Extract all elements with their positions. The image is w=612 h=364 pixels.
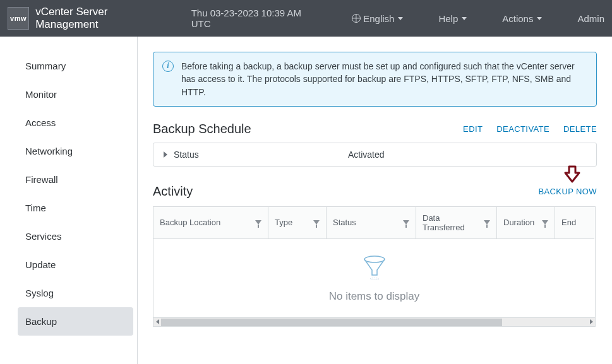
sidebar-item-access[interactable]: Access (0, 109, 137, 137)
table-empty-state: No items to display (153, 239, 595, 317)
deactivate-button[interactable]: DEACTIVATE (496, 124, 549, 134)
col-data-transferred[interactable]: Data Transferred (416, 207, 497, 239)
edit-button[interactable]: EDIT (463, 124, 483, 134)
col-type[interactable]: Type (268, 207, 327, 239)
scroll-thumb[interactable] (161, 319, 502, 326)
arrow-annotation-icon (561, 164, 583, 188)
main-content: i Before taking a backup, a backup serve… (138, 37, 612, 364)
help-label: Help (438, 13, 458, 24)
backup-schedule-header: Backup Schedule EDIT DEACTIVATE DELETE (153, 122, 597, 136)
filter-icon[interactable] (542, 220, 548, 225)
activity-table: Backup Location Type Status Data Transfe… (153, 206, 596, 327)
sidebar-item-time[interactable]: Time (0, 194, 137, 222)
filter-icon[interactable] (255, 220, 261, 225)
col-label: Status (333, 218, 356, 227)
backup-schedule-title: Backup Schedule (153, 122, 251, 136)
empty-text: No items to display (329, 290, 420, 303)
filter-icon[interactable] (484, 220, 490, 225)
sidebar-item-monitor[interactable]: Monitor (0, 80, 137, 109)
actions-menu[interactable]: Actions (502, 13, 542, 24)
status-label: Status (174, 150, 348, 160)
user-menu[interactable]: Admin (577, 13, 604, 24)
col-label: Type (275, 218, 292, 227)
col-label: Backup Location (160, 218, 220, 227)
scroll-left-icon[interactable] (153, 319, 161, 324)
activity-title: Activity (153, 184, 193, 199)
filter-icon[interactable] (313, 220, 320, 225)
backup-schedule-status-panel[interactable]: Status Activated (153, 143, 597, 167)
info-banner-text: Before taking a backup, a backup server … (181, 60, 587, 98)
app-title: vCenter Server Management (35, 6, 166, 31)
filter-icon[interactable] (403, 220, 409, 225)
body-wrap: Summary Monitor Access Networking Firewa… (0, 37, 612, 364)
language-label: English (363, 13, 394, 24)
delete-button[interactable]: DELETE (563, 124, 597, 134)
help-menu[interactable]: Help (438, 13, 467, 24)
sidebar-item-backup[interactable]: Backup (18, 307, 133, 336)
chevron-down-icon (537, 17, 542, 20)
sidebar-item-syslog[interactable]: Syslog (0, 279, 137, 307)
horizontal-scrollbar[interactable] (153, 317, 595, 326)
col-backup-location[interactable]: Backup Location (153, 207, 268, 239)
sidebar-item-summary[interactable]: Summary (0, 52, 137, 80)
info-icon: i (162, 61, 174, 72)
sidebar-item-update[interactable]: Update (0, 250, 137, 279)
funnel-icon (361, 254, 388, 281)
brand: vmw vCenter Server Management (8, 6, 166, 31)
svg-point-0 (364, 256, 385, 262)
scroll-right-icon[interactable] (587, 319, 595, 324)
activity-header: Activity BACKUP NOW (153, 184, 597, 199)
col-label: Duration (503, 218, 534, 227)
topbar-datetime: Thu 03-23-2023 10:39 AM UTC (191, 8, 317, 29)
status-value: Activated (348, 150, 385, 160)
topbar: vmw vCenter Server Management Thu 03-23-… (0, 0, 612, 37)
brand-logo: vmw (8, 7, 29, 30)
col-label: Data Transferred (423, 213, 480, 232)
chevron-down-icon (462, 17, 467, 20)
sidebar-item-networking[interactable]: Networking (0, 137, 137, 165)
sidebar-item-firewall[interactable]: Firewall (0, 165, 137, 194)
table-header-row: Backup Location Type Status Data Transfe… (153, 207, 595, 239)
col-end[interactable]: End (555, 207, 594, 239)
backup-now-button[interactable]: BACKUP NOW (538, 187, 597, 196)
chevron-right-icon (164, 151, 167, 158)
sidebar: Summary Monitor Access Networking Firewa… (0, 37, 138, 364)
language-menu[interactable]: English (352, 13, 403, 24)
col-duration[interactable]: Duration (497, 207, 555, 239)
user-label: Admin (577, 13, 604, 24)
col-label: End (561, 218, 576, 227)
info-banner: i Before taking a backup, a backup serve… (153, 52, 597, 107)
scroll-track[interactable] (161, 318, 587, 326)
globe-icon (352, 14, 361, 23)
actions-label: Actions (502, 13, 533, 24)
svg-point-1 (370, 278, 379, 279)
col-status[interactable]: Status (327, 207, 416, 239)
chevron-down-icon (398, 17, 403, 20)
backup-schedule-actions: EDIT DEACTIVATE DELETE (463, 124, 597, 134)
datetime-text: Thu 03-23-2023 10:39 AM UTC (191, 8, 317, 29)
sidebar-item-services[interactable]: Services (0, 222, 137, 250)
